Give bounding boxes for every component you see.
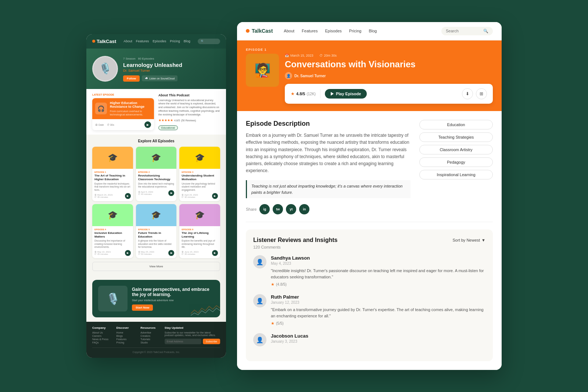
left-nav-blog[interactable]: Blog: [184, 39, 190, 43]
play-button[interactable]: ▶: [212, 193, 218, 199]
comments-count: 120 Comments: [253, 245, 485, 249]
email-field[interactable]: [165, 339, 201, 344]
left-footer: CompanyAbout UsCareersNews & PressFAQsDi…: [86, 322, 226, 358]
ep-hero-content: 🧑‍🏫 📅 March 15, 2023 ⏱ 20m 30s Conversat…: [246, 54, 493, 104]
instagram-button[interactable]: ig: [259, 204, 270, 214]
stars-icon: ★★★★★: [158, 118, 173, 122]
share-label: Share: [246, 207, 257, 211]
ep-hero-info: 📅 March 15, 2023 ⏱ 20m 30s Conversations…: [285, 54, 493, 104]
footer-link[interactable]: About Us: [92, 331, 114, 334]
description-text: Embark on a journey with Dr. Samuel Turn…: [246, 132, 410, 174]
episode-grid-item: 🎓 EPISODE 2 Revolutionizing Classroom Te…: [136, 147, 177, 201]
episode-tags: EducationTeaching StrategiesClassroom Ar…: [419, 120, 493, 214]
reviews-title: Listener Reviews and Insights: [253, 237, 337, 243]
explore-section: Explore All Episodes 🎓 EPISODE 1 The Art…: [86, 135, 226, 275]
ep-icon: 🎧: [95, 103, 107, 114]
avatar: 🎙️: [92, 56, 118, 82]
about-section: About This Podcast Learnology Unleashed …: [158, 93, 220, 131]
search-input[interactable]: [446, 29, 481, 33]
tag-chip[interactable]: Classroom Artistry: [419, 145, 493, 154]
left-nav-about[interactable]: About: [123, 39, 132, 43]
tag-chip[interactable]: Inspirational Learning: [419, 170, 493, 179]
download-button[interactable]: ⬇: [462, 88, 473, 99]
right-nav-pricing[interactable]: Pricing: [349, 29, 362, 33]
episode-grid-item: 🎓 EPISODE 6 The Joy of Lifelong Learning…: [179, 204, 220, 259]
play-button[interactable]: ▶: [212, 250, 218, 256]
sort-dropdown[interactable]: Sort by Newest ▼: [453, 238, 485, 242]
footer-column: DiscoverHomeBlogsFeaturesPricing: [116, 326, 138, 345]
left-logo[interactable]: TalkCast: [92, 39, 116, 44]
reviews-list: 👤 Sandhya Lawson May 4, 2023 "Incredible…: [253, 255, 485, 346]
episode-grid-item: 🎓 EPISODE 4 Inclusive Education Matters …: [92, 204, 133, 259]
tag-chip[interactable]: Education: [419, 120, 493, 129]
view-more-button[interactable]: View More: [92, 262, 220, 271]
left-nav-episodes[interactable]: Episodes: [153, 39, 166, 43]
footer-link[interactable]: FAQs: [92, 341, 114, 344]
footer-link[interactable]: Studio: [140, 341, 162, 344]
reviews-section: Listener Reviews and Insights Sort by Ne…: [246, 229, 493, 361]
reviewer-avatar: 👤: [253, 333, 266, 346]
ep-date: 📅 March 15, 2023: [285, 54, 313, 57]
left-nav-features[interactable]: Features: [136, 39, 149, 43]
youtube-button[interactable]: yt: [286, 204, 296, 214]
two-col: LATEST EPISODE 🎧 Higher Education Resist…: [92, 93, 220, 131]
ep-card-desc: From curriculum overhaul to technologica…: [110, 110, 151, 116]
latest-episode: LATEST EPISODE 🎧 Higher Education Resist…: [92, 93, 154, 131]
footer-link[interactable]: Blogs: [116, 335, 138, 337]
right-navbar: TalkCast About Features Episodes Pricing…: [237, 22, 502, 40]
reviewer-name: Jacobson Lucas: [271, 333, 485, 339]
footer-link[interactable]: Pricing: [116, 341, 138, 344]
right-nav-episodes[interactable]: Episodes: [325, 29, 342, 33]
episode-grid-item: 🎓 EPISODE 1 The Art of Teaching in Highe…: [92, 147, 133, 201]
right-nav-blog[interactable]: Blog: [369, 29, 377, 33]
play-button[interactable]: ▶: [125, 250, 131, 256]
episode-hero: EPISODE 1 🧑‍🏫 📅 March 15, 2023 ⏱ 20m 30s…: [237, 40, 502, 111]
start-now-button[interactable]: Start Now: [132, 304, 153, 311]
ep-meta: 🗓 Date ⏱ 30s: [95, 124, 114, 126]
follow-button[interactable]: Follow: [123, 75, 140, 82]
footer-link[interactable]: Advertise: [140, 331, 162, 334]
episode-badge: EPISODE 1: [246, 48, 493, 51]
play-button[interactable]: ▶: [125, 193, 131, 199]
left-nav-pricing[interactable]: Pricing: [170, 39, 180, 43]
tag-chip[interactable]: Teaching Strategies: [419, 132, 493, 142]
share-button-icon[interactable]: ⊞: [476, 88, 487, 99]
footer-link[interactable]: Home: [116, 331, 138, 334]
footer-link[interactable]: Tutorials: [140, 338, 162, 341]
subscribe-button[interactable]: Subscribe: [203, 339, 220, 344]
review-item: 👤 Ruth Palmer January 12, 2023 "Embark o…: [253, 294, 485, 326]
right-nav-features[interactable]: Features: [302, 29, 318, 33]
quote-block: Teaching is not just about imparting kno…: [246, 180, 410, 198]
right-search[interactable]: 🔍: [441, 27, 493, 35]
footer-cols: CompanyAbout UsCareersNews & PressFAQsDi…: [92, 326, 220, 345]
ep-card-bottom: 🗓 Date ⏱ 30s ▶: [92, 119, 154, 130]
right-logo[interactable]: TalkCast: [246, 28, 273, 34]
play-button-small[interactable]: ▶: [144, 121, 151, 128]
footer-link[interactable]: Careers: [92, 335, 114, 337]
footer-link[interactable]: Features: [116, 338, 138, 341]
right-nav-about[interactable]: About: [284, 29, 294, 33]
host-name: Dr. Samuel Turner: [294, 74, 326, 78]
footer-link[interactable]: News & Press: [92, 338, 114, 341]
about-title: About This Podcast: [158, 93, 220, 97]
reviewer-name: Ruth Palmer: [271, 294, 485, 300]
soundcloud-button[interactable]: ☁️ Listen on SoundCloud: [142, 75, 178, 81]
footer-link[interactable]: Creators: [140, 335, 162, 337]
cta-actions: Start Now: [132, 304, 214, 311]
review-rating: ★(5/5): [271, 321, 485, 326]
tag-chip[interactable]: Pedagogy: [419, 157, 493, 167]
linkedin-button[interactable]: in: [299, 204, 309, 214]
twitter-button[interactable]: tw: [273, 204, 283, 214]
wave-decoration: [191, 303, 220, 317]
episode-actions: ⬇ ⊞: [462, 88, 487, 99]
play-button[interactable]: ▶: [168, 190, 174, 196]
review-item: 👤 Sandhya Lawson May 4, 2023 "Incredible…: [253, 255, 485, 287]
episode-description: Episode Description Embark on a journey …: [246, 120, 410, 214]
play-button[interactable]: ▶: [168, 250, 174, 256]
play-episode-button[interactable]: Play Episode: [325, 89, 367, 99]
footer-column: CompanyAbout UsCareersNews & PressFAQs: [92, 326, 114, 345]
review-rating: ★(4.8/5): [271, 282, 485, 287]
ep-host-row: 👤 Dr. Samuel Turner: [285, 72, 493, 79]
left-search-bar[interactable]: 🔍: [198, 39, 220, 44]
soundcloud-icon: ☁️: [145, 77, 148, 80]
